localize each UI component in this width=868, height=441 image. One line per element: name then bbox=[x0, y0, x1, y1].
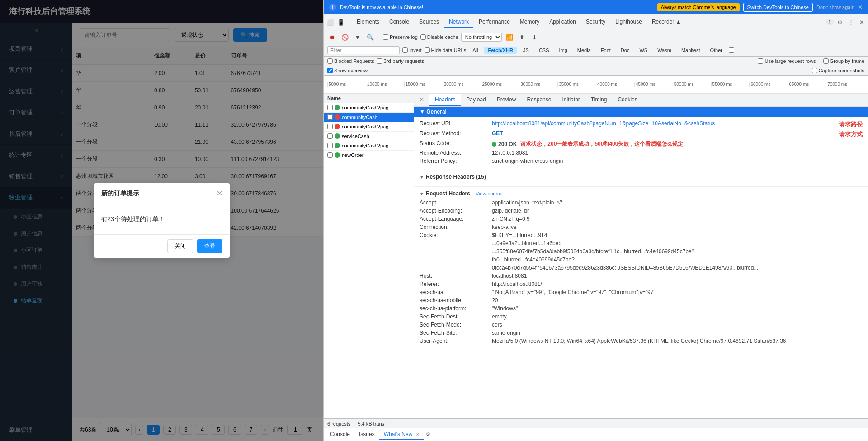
tab-performance[interactable]: Performance bbox=[474, 17, 514, 28]
request-checkbox[interactable] bbox=[327, 105, 333, 110]
tab-elements[interactable]: Elements bbox=[352, 17, 384, 28]
clear-button[interactable]: 🚫 bbox=[340, 32, 350, 42]
use-large-rows-checkbox[interactable]: Use large request rows bbox=[758, 58, 816, 64]
capture-screenshots-checkbox[interactable]: Capture screenshots bbox=[812, 68, 865, 73]
preserve-log-checkbox[interactable]: Preserve log bbox=[383, 34, 418, 40]
close-devtools-button[interactable]: ✕ bbox=[857, 18, 866, 27]
filter-input[interactable] bbox=[327, 46, 400, 54]
header-value: empty bbox=[492, 313, 863, 320]
tab-recorder[interactable]: Recorder ▲ bbox=[647, 17, 686, 28]
view-source-link[interactable]: View source bbox=[476, 191, 503, 196]
type-media[interactable]: Media bbox=[574, 47, 594, 54]
bottom-tab-console[interactable]: Console bbox=[326, 429, 354, 440]
response-headers-title[interactable]: Response Headers (15) bbox=[420, 174, 863, 180]
tab-network[interactable]: Network bbox=[444, 17, 473, 28]
detail-tab-preview[interactable]: Preview bbox=[491, 94, 522, 106]
group-by-frame-checkbox[interactable]: Group by frame bbox=[823, 58, 864, 64]
modal-title: 新的订单提示 bbox=[101, 190, 139, 198]
request-checkbox[interactable] bbox=[327, 143, 333, 148]
disable-cache-checkbox[interactable]: Disable cache bbox=[420, 34, 458, 40]
request-checkbox[interactable] bbox=[327, 133, 333, 139]
download-icon[interactable]: ⬇ bbox=[530, 32, 540, 42]
header-row: Referer: http://localhost:8081/ bbox=[420, 281, 863, 287]
request-headers-section: Request Headers View source Accept: appl… bbox=[414, 187, 868, 350]
timeline-label: 55000 ms bbox=[711, 82, 750, 87]
devtools-lang-button[interactable]: Always match Chrome's language bbox=[657, 3, 740, 11]
blocked-requests-checkbox[interactable]: Blocked Requests bbox=[327, 58, 374, 64]
detail-tab-headers[interactable]: Headers bbox=[429, 94, 461, 106]
type-doc[interactable]: Doc bbox=[617, 47, 633, 54]
devtools-switch-button[interactable]: Switch DevTools to Chinese bbox=[743, 3, 813, 12]
tab-application[interactable]: Application bbox=[545, 17, 580, 28]
device-icon[interactable]: 📱 bbox=[336, 18, 345, 27]
general-section-title[interactable]: ▼ General bbox=[420, 109, 447, 115]
type-manifest[interactable]: Manifest bbox=[678, 47, 704, 54]
modal-cancel-button[interactable]: 关闭 bbox=[167, 239, 193, 253]
detail-close-button[interactable]: ✕ bbox=[414, 94, 429, 106]
detail-tab-cookies[interactable]: Cookies bbox=[612, 94, 642, 106]
request-checkbox[interactable] bbox=[327, 152, 333, 158]
detail-tab-payload[interactable]: Payload bbox=[461, 94, 491, 106]
third-party-requests-checkbox[interactable]: 3rd-party requests bbox=[377, 58, 424, 64]
modal-close-button[interactable]: ✕ bbox=[217, 190, 222, 197]
cursor-icon[interactable]: ⬜ bbox=[326, 18, 335, 27]
throttling-select[interactable]: No throttling bbox=[461, 33, 502, 42]
bottom-tab-issues[interactable]: Issues bbox=[354, 429, 379, 440]
record-button[interactable]: ⏺ bbox=[327, 32, 337, 42]
show-overview-checkbox[interactable]: Show overview bbox=[327, 68, 368, 73]
invert-checkbox[interactable]: Invert bbox=[402, 47, 422, 53]
detail-tab-timing[interactable]: Timing bbox=[585, 94, 613, 106]
type-fetch-xhr[interactable]: Fetch/XHR bbox=[484, 47, 517, 54]
request-list-item[interactable]: serviceCash bbox=[324, 132, 414, 141]
request-checkbox[interactable] bbox=[327, 124, 333, 129]
type-ws[interactable]: WS bbox=[636, 47, 651, 54]
modal-confirm-button[interactable]: 查看 bbox=[197, 239, 222, 253]
status-code-value: 200 OK bbox=[498, 141, 517, 147]
tab-security[interactable]: Security bbox=[581, 17, 610, 28]
bottom-tab-whats-new[interactable]: What's New ✕ bbox=[379, 429, 424, 440]
request-detail-pane: ✕ Headers Payload Preview Response Initi… bbox=[414, 94, 868, 418]
settings-icon[interactable]: ⚙ bbox=[835, 18, 844, 27]
filter-button[interactable]: ▼ bbox=[353, 32, 363, 42]
request-list-item[interactable]: communityCash?pag... bbox=[324, 141, 414, 151]
tab-console[interactable]: Console bbox=[385, 17, 414, 28]
detail-tab-response[interactable]: Response bbox=[521, 94, 557, 106]
header-key bbox=[420, 240, 492, 247]
timeline-label: 15000 ms bbox=[404, 82, 443, 87]
search-button-devtools[interactable]: 🔍 bbox=[365, 32, 375, 42]
devtools-no-show-label[interactable]: Don't show again bbox=[816, 5, 854, 10]
type-js[interactable]: JS bbox=[519, 47, 533, 54]
type-css[interactable]: CSS bbox=[535, 47, 553, 54]
tab-sources[interactable]: Sources bbox=[415, 17, 443, 28]
type-all[interactable]: All bbox=[469, 47, 481, 54]
response-headers-section: Response Headers (15) bbox=[414, 170, 868, 187]
import-icon[interactable]: 📶 bbox=[505, 32, 514, 42]
header-key bbox=[420, 256, 492, 263]
hide-data-urls-checkbox[interactable]: Hide data URLs bbox=[425, 47, 467, 53]
request-list-item[interactable]: communityCash?pag... bbox=[324, 122, 414, 132]
timeline-label: 40000 ms bbox=[596, 82, 634, 87]
header-key: Accept-Language: bbox=[420, 216, 492, 222]
export-icon[interactable]: ⬆ bbox=[517, 32, 527, 42]
request-list-item[interactable]: newOrder bbox=[324, 151, 414, 160]
request-list-item[interactable]: communityCash?pag... bbox=[324, 103, 414, 113]
type-font[interactable]: Font bbox=[597, 47, 614, 54]
request-list-item[interactable]: communityCash bbox=[324, 113, 414, 122]
detail-tab-initiator[interactable]: Initiator bbox=[557, 94, 585, 106]
name-col-header: Name bbox=[327, 95, 410, 101]
close-whats-new-button[interactable]: ✕ bbox=[416, 432, 420, 437]
type-img[interactable]: Img bbox=[556, 47, 571, 54]
devtools-info-text: DevTools is now available in Chinese! bbox=[340, 5, 654, 10]
header-row: ...355f88e6074fef7b5da/dabb9f5084b6a3d/b… bbox=[420, 248, 863, 255]
has-blocked-cookies-checkbox[interactable] bbox=[729, 47, 736, 53]
tab-lighthouse[interactable]: Lighthouse bbox=[611, 17, 646, 28]
type-wasm[interactable]: Wasm bbox=[654, 47, 675, 54]
type-other[interactable]: Other bbox=[706, 47, 726, 54]
request-method-label: Request Method: bbox=[420, 130, 492, 138]
more-icon[interactable]: ⋮ bbox=[846, 18, 855, 27]
tab-memory[interactable]: Memory bbox=[515, 17, 544, 28]
devtools-info-close-button[interactable]: ✕ bbox=[858, 4, 863, 10]
request-headers-title[interactable]: Request Headers View source bbox=[420, 190, 863, 197]
request-checkbox[interactable] bbox=[327, 114, 333, 120]
bottom-panel-settings-icon[interactable]: ⚙ bbox=[426, 432, 430, 437]
